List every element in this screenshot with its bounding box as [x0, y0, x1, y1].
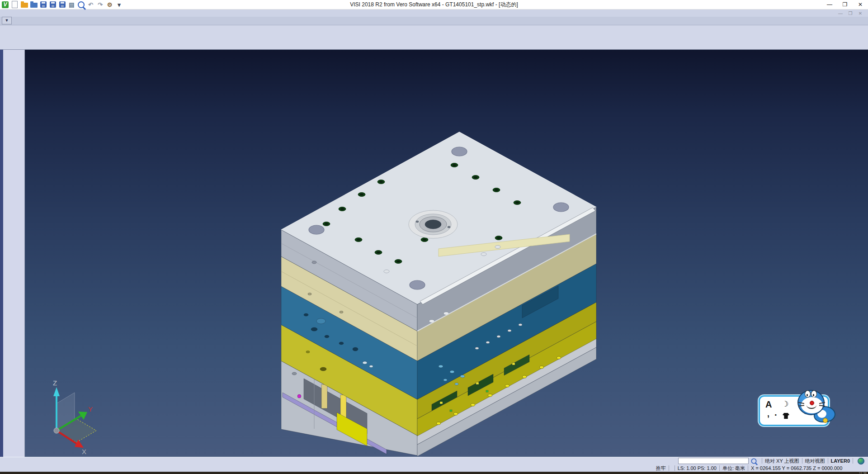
coordinates-readout: X = 0264.155 Y = 0662.735 Z = 0000.000 [751, 465, 866, 471]
ime-sticker-panel[interactable]: A ☽ , . [759, 390, 836, 433]
status-row-1: 绝对 XY 上视图 绝对视图 LAYER0 [0, 457, 868, 465]
new-document-icon[interactable] [11, 1, 19, 9]
redo-icon[interactable]: ↷ [96, 1, 104, 9]
menu-bar: — ❐ ✕ [0, 9, 868, 17]
mdi-window-controls: — ❐ ✕ [835, 11, 868, 16]
open-file-icon[interactable] [20, 1, 28, 9]
axis-z-label: Z [53, 379, 57, 387]
insert-file-icon[interactable] [30, 1, 38, 9]
units-indicator[interactable]: 单位: 毫米 [722, 465, 745, 472]
print-preview-icon[interactable] [77, 1, 85, 9]
save-as-icon[interactable] [49, 1, 57, 9]
window-controls: — ❐ ✕ [822, 1, 868, 8]
layer-indicator[interactable]: LAYER0 [831, 458, 850, 464]
save-icon[interactable] [39, 1, 47, 9]
left-tool-palette [0, 50, 25, 457]
mdi-minimize-button[interactable]: — [835, 11, 845, 16]
axis-triad: Z Y X [53, 379, 96, 455]
ime-skin-icon[interactable] [783, 413, 789, 419]
viewport-canvas[interactable]: Z Y X [25, 50, 868, 457]
axis-y-label: Y [88, 405, 93, 413]
visi-logo[interactable]: V [1, 1, 9, 9]
search-input[interactable] [678, 458, 749, 464]
window-title: VISI 2018 R2 from Vero Software x64 - GT… [0, 1, 868, 9]
ime-lang-indicator[interactable]: A [765, 399, 772, 410]
mold-assembly [281, 132, 596, 456]
save-all-icon[interactable] [58, 1, 66, 9]
absolute-view-label[interactable]: 绝对视图 [805, 458, 825, 465]
locating-ring [409, 210, 458, 238]
restore-button[interactable]: ❐ [837, 1, 853, 8]
tab-dropdown-button[interactable]: ▼ [2, 17, 12, 24]
close-button[interactable]: ✕ [853, 1, 868, 8]
taskbar-clock: 11:38 [859, 472, 868, 474]
toolbar-options-icon[interactable]: ▾ [115, 1, 123, 9]
doraemon-face [801, 397, 823, 413]
scale-indicator[interactable]: LS: 1.00 PS: 1.00 [678, 465, 717, 471]
lock-label[interactable]: 拴牢 [656, 465, 666, 472]
status-row-2: 拴牢 LS: 1.00 PS: 1.00 单位: 毫米 X = 0264.155… [0, 465, 868, 472]
ime-comma-icon[interactable]: , [767, 409, 769, 419]
minimize-button[interactable]: — [822, 1, 837, 8]
ime-period-icon[interactable]: . [774, 408, 777, 418]
title-bar: V▤↶↷⚙▾ VISI 2018 R2 from Vero Software x… [0, 0, 868, 9]
view-mode-label[interactable]: 绝对 XY 上视图 [765, 458, 799, 465]
search-icon[interactable] [751, 458, 757, 464]
toolbar-tab-row: ▼ [0, 17, 868, 25]
docked-toolbar-edge [0, 50, 3, 457]
ime-moon-icon[interactable]: ☽ [782, 399, 788, 409]
windows-taskbar[interactable]: 11:38 [0, 472, 868, 474]
undo-icon[interactable]: ↶ [87, 1, 94, 9]
main-toolbar [0, 25, 868, 50]
print-icon[interactable]: ▤ [68, 1, 75, 9]
mdi-restore-button[interactable]: ❐ [845, 11, 855, 16]
quick-access-toolbar: V▤↶↷⚙▾ [0, 1, 123, 9]
viewport-3d[interactable]: Z Y X A ☽ , . [25, 50, 868, 457]
axis-x-label: X [82, 448, 86, 455]
mdi-close-button[interactable]: ✕ [855, 11, 865, 16]
status-bar: 绝对 XY 上视图 绝对视图 LAYER0 拴牢 LS: 1.00 PS: 1.… [0, 457, 868, 472]
globe-icon[interactable] [858, 458, 864, 465]
main-area: Z Y X A ☽ , . [0, 50, 868, 457]
session-icon[interactable]: ⚙ [106, 1, 113, 9]
